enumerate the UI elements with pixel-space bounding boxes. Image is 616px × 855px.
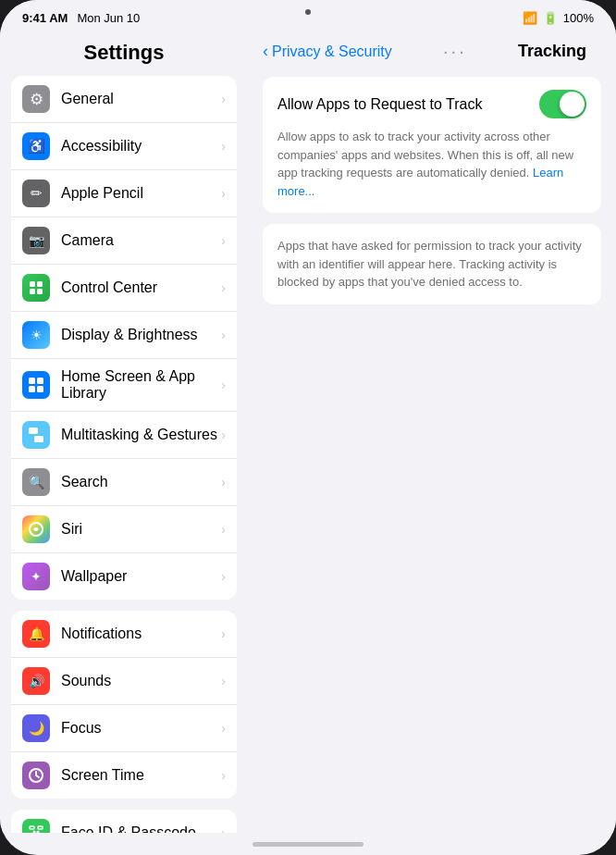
multitasking-icon xyxy=(22,421,50,449)
sidebar-item-accessibility[interactable]: ♿ Accessibility › xyxy=(11,123,237,170)
chevron-icon: › xyxy=(221,139,226,154)
sidebar-item-wallpaper[interactable]: ✦ Wallpaper › xyxy=(11,553,237,600)
chevron-icon: › xyxy=(221,626,226,641)
svg-rect-1 xyxy=(37,281,43,287)
svg-rect-6 xyxy=(29,386,35,392)
sidebar-item-multitasking[interactable]: Multitasking & Gestures › xyxy=(11,412,237,459)
svg-rect-15 xyxy=(38,826,43,829)
allow-tracking-toggle[interactable] xyxy=(539,90,586,118)
home-indicator xyxy=(0,833,616,855)
sidebar-item-focus[interactable]: 🌙 Focus › xyxy=(11,705,237,752)
apple-pencil-label: Apple Pencil xyxy=(61,185,221,202)
svg-rect-3 xyxy=(37,289,43,294)
apps-section-card: Apps that have asked for permission to t… xyxy=(263,224,601,304)
wallpaper-label: Wallpaper xyxy=(61,568,221,585)
sounds-label: Sounds xyxy=(61,673,221,689)
chevron-icon: › xyxy=(221,475,226,489)
tracking-description: Allow apps to ask to track your activity… xyxy=(277,128,586,200)
svg-point-18 xyxy=(33,831,35,833)
screen-time-label: Screen Time xyxy=(61,767,221,784)
wallpaper-icon: ✦ xyxy=(22,563,50,590)
battery-icon: 🔋 xyxy=(543,11,558,25)
chevron-icon: › xyxy=(221,721,226,736)
svg-rect-7 xyxy=(37,386,43,392)
control-center-icon xyxy=(22,274,50,302)
sidebar-item-screen-time[interactable]: Screen Time › xyxy=(11,752,237,799)
notifications-icon: 🔔 xyxy=(22,620,50,648)
sidebar-item-control-center[interactable]: Control Center › xyxy=(11,265,237,312)
sidebar-title: Settings xyxy=(0,41,248,76)
camera-icon: 📷 xyxy=(22,227,50,254)
chevron-icon: › xyxy=(221,522,226,537)
status-bar: 9:41 AM Mon Jun 10 📶 🔋 100% xyxy=(0,0,616,30)
sidebar-item-camera[interactable]: 📷 Camera › xyxy=(11,217,237,265)
home-screen-icon xyxy=(22,371,50,399)
svg-rect-9 xyxy=(34,436,43,442)
nav-dots: ··· xyxy=(392,41,518,62)
chevron-icon: › xyxy=(221,674,226,688)
sidebar: Settings ⚙ General › ♿ Accessibility › ✏… xyxy=(0,30,248,833)
chevron-icon: › xyxy=(221,233,226,248)
chevron-icon: › xyxy=(221,428,226,442)
focus-label: Focus xyxy=(61,720,221,737)
svg-rect-2 xyxy=(30,289,35,294)
toggle-row: Allow Apps to Request to Track xyxy=(277,90,586,118)
nav-bar: ‹ Privacy & Security ··· Tracking xyxy=(248,30,616,69)
sidebar-item-general[interactable]: ⚙ General › xyxy=(11,76,237,123)
status-right: 📶 🔋 100% xyxy=(523,11,594,25)
focus-icon: 🌙 xyxy=(22,714,50,742)
chevron-icon: › xyxy=(221,378,226,392)
svg-rect-14 xyxy=(30,826,34,829)
sounds-icon: 🔊 xyxy=(22,667,50,695)
notifications-label: Notifications xyxy=(61,626,221,642)
svg-line-13 xyxy=(36,775,39,777)
sidebar-item-display[interactable]: ☀ Display & Brightness › xyxy=(11,312,237,359)
display-label: Display & Brightness xyxy=(61,327,221,343)
chevron-icon: › xyxy=(221,186,226,201)
search-label: Search xyxy=(61,474,221,490)
sidebar-item-face-id[interactable]: Face ID & Passcode › xyxy=(11,810,237,833)
chevron-icon: › xyxy=(221,768,226,783)
svg-rect-0 xyxy=(30,281,35,287)
svg-point-19 xyxy=(37,831,39,833)
back-button[interactable]: ‹ Privacy & Security xyxy=(263,42,392,61)
search-icon: 🔍 xyxy=(22,468,50,496)
battery-percent: 100% xyxy=(563,11,594,25)
accessibility-icon: ♿ xyxy=(22,132,50,160)
face-id-icon xyxy=(22,819,50,833)
nav-bar-inner: ‹ Privacy & Security ··· Tracking xyxy=(263,41,601,62)
sidebar-item-apple-pencil[interactable]: ✏ Apple Pencil › xyxy=(11,170,237,217)
chevron-icon: › xyxy=(221,569,226,584)
svg-rect-8 xyxy=(29,428,38,434)
camera-label: Camera xyxy=(61,232,221,249)
sidebar-item-search[interactable]: 🔍 Search › xyxy=(11,459,237,506)
description-text: Allow apps to ask to track your activity… xyxy=(277,130,573,180)
apple-pencil-icon: ✏ xyxy=(22,180,50,207)
accessibility-label: Accessibility xyxy=(61,138,221,155)
sidebar-item-sounds[interactable]: 🔊 Sounds › xyxy=(11,658,237,705)
chevron-icon: › xyxy=(221,280,226,295)
status-date: Mon Jun 10 xyxy=(77,11,140,25)
back-label: Privacy & Security xyxy=(272,43,392,60)
wifi-icon: 📶 xyxy=(523,11,537,25)
multitasking-label: Multitasking & Gestures xyxy=(61,427,221,443)
svg-rect-4 xyxy=(29,378,35,384)
chevron-icon: › xyxy=(221,328,226,342)
siri-label: Siri xyxy=(61,521,221,538)
nav-title: Tracking xyxy=(518,42,601,61)
back-chevron-icon: ‹ xyxy=(263,42,268,61)
right-panel: ‹ Privacy & Security ··· Tracking Allow … xyxy=(248,30,616,833)
tracking-toggle-card: Allow Apps to Request to Track Allow app… xyxy=(263,77,601,213)
siri-icon xyxy=(22,515,50,543)
status-time: 9:41 AM xyxy=(22,11,68,25)
top-dot xyxy=(305,9,311,15)
display-icon: ☀ xyxy=(22,321,50,349)
svg-rect-5 xyxy=(37,378,43,384)
sidebar-item-siri[interactable]: Siri › xyxy=(11,506,237,553)
sidebar-item-home-screen[interactable]: Home Screen & App Library › xyxy=(11,359,237,412)
content-area: Allow Apps to Request to Track Allow app… xyxy=(248,69,616,833)
sidebar-group-2: 🔔 Notifications › 🔊 Sounds › 🌙 Focus › xyxy=(11,611,237,799)
toggle-label: Allow Apps to Request to Track xyxy=(277,96,482,113)
sidebar-item-notifications[interactable]: 🔔 Notifications › xyxy=(11,611,237,658)
chevron-icon: › xyxy=(221,825,226,833)
